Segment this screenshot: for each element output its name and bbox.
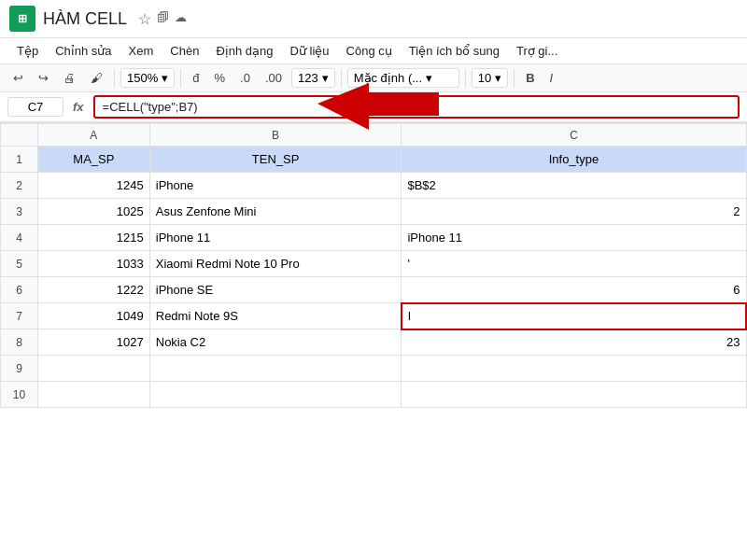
menu-bar: Tệp Chỉnh sửa Xem Chèn Định dạng Dữ liệu… [0,38,747,64]
divider-4 [465,69,466,88]
title-icons: ☆ 🗐 ☁ [138,10,187,28]
move-icon[interactable]: 🗐 [157,10,169,28]
decimal2-button[interactable]: .00 [260,68,288,88]
title-bar: ⊞ HÀM CELL ☆ 🗐 ☁ [0,0,747,38]
toolbar: ↩ ↪ 🖨 🖌 150% ▾ đ % .0 .00 123 ▾ Mặc định… [0,64,747,92]
data-header-row: 1 MA_SP TEN_SP Info_type [1,147,747,173]
menu-addons[interactable]: Tiện ích bổ sung [402,40,507,62]
table-row: 5 1033 Xiaomi Redmi Note 10 Pro ' [1,251,747,277]
menu-insert[interactable]: Chèn [162,40,206,62]
print-button[interactable]: 🖨 [58,68,81,88]
row-num-4: 4 [1,225,38,251]
formula-bar-wrapper: C7 fx [0,92,747,123]
cell-a1[interactable]: MA_SP [37,147,149,173]
cell-b8[interactable]: Nokia C2 [149,329,402,356]
cell-c7[interactable]: l [402,303,746,329]
table-row: 9 [1,356,747,382]
divider-5 [514,69,514,88]
cell-b4[interactable]: iPhone 11 [149,225,402,251]
format-num-select[interactable]: 123 ▾ [291,68,335,88]
document-title: HÀM CELL [43,9,127,29]
cell-c5[interactable]: ' [402,251,746,277]
divider-2 [180,69,181,88]
zoom-select[interactable]: 150% ▾ [120,68,175,88]
row-num-8: 8 [1,329,38,356]
col-header-empty [1,124,38,147]
cell-c6[interactable]: 6 [402,277,746,303]
cell-a10[interactable] [37,382,149,408]
row-num-7: 7 [1,303,38,329]
bold-button[interactable]: B [520,68,540,88]
table-row: 8 1027 Nokia C2 23 [1,329,747,356]
cell-a6[interactable]: 1222 [37,277,149,303]
formula-input[interactable] [93,95,740,119]
redo-button[interactable]: ↪ [33,68,54,88]
fx-icon: fx [69,100,88,114]
cell-c10[interactable] [402,382,746,408]
percent-button[interactable]: % [208,68,231,88]
table-row: 10 [1,382,747,408]
row-num-2: 2 [1,173,38,199]
column-headers-row: A B C [1,124,747,147]
cell-b3[interactable]: Asus Zenfone Mini [149,199,402,225]
format-num-dropdown-icon: ▾ [322,71,329,85]
menu-view[interactable]: Xem [121,40,162,62]
menu-file[interactable]: Tệp [9,40,46,62]
menu-data[interactable]: Dữ liệu [283,40,337,62]
cell-b6[interactable]: iPhone SE [149,277,402,303]
divider-1 [114,69,115,88]
menu-edit[interactable]: Chỉnh sửa [48,40,119,62]
cell-b7[interactable]: Redmi Note 9S [149,303,402,329]
table-row: 6 1222 iPhone SE 6 [1,277,747,303]
col-header-a[interactable]: A [37,124,149,147]
table-row: 2 1245 iPhone $B$2 [1,173,747,199]
cell-b5[interactable]: Xiaomi Redmi Note 10 Pro [149,251,402,277]
row-num-1: 1 [1,147,38,173]
star-icon[interactable]: ☆ [138,10,151,28]
cell-b10[interactable] [149,382,402,408]
col-header-b[interactable]: B [149,124,402,147]
table-row: 3 1025 Asus Zenfone Mini 2 [1,199,747,225]
font-select[interactable]: Mặc định (... ▾ [347,68,459,88]
table-row: 4 1215 iPhone 11 iPhone 11 [1,225,747,251]
cell-c1[interactable]: Info_type [402,147,746,173]
cloud-icon[interactable]: ☁ [175,10,187,28]
font-dropdown-icon: ▾ [426,71,432,85]
cell-a7[interactable]: 1049 [37,303,149,329]
cell-a3[interactable]: 1025 [37,199,149,225]
font-size-select[interactable]: 10 ▾ [472,68,508,88]
cell-b2[interactable]: iPhone [149,173,402,199]
cell-a9[interactable] [37,356,149,382]
spreadsheet: A B C 1 MA_SP TEN_SP Info_type 2 1245 iP… [0,123,747,408]
formula-bar: C7 fx [0,92,747,123]
table-row: 7 1049 Redmi Note 9S l [1,303,747,329]
format-paint-button[interactable]: 🖌 [85,68,108,88]
cell-c3[interactable]: 2 [402,199,746,225]
cell-b1[interactable]: TEN_SP [149,147,402,173]
divider-3 [341,69,342,88]
undo-button[interactable]: ↩ [7,68,29,88]
cell-b9[interactable] [149,356,402,382]
italic-button[interactable]: I [544,68,559,88]
zoom-dropdown-icon: ▾ [162,71,168,85]
cell-a8[interactable]: 1027 [37,329,149,356]
cell-c9[interactable] [402,356,746,382]
cell-a5[interactable]: 1033 [37,251,149,277]
cell-c4[interactable]: iPhone 11 [402,225,746,251]
currency-button[interactable]: đ [187,68,204,88]
font-size-dropdown-icon: ▾ [495,71,501,85]
menu-format[interactable]: Định dạng [208,40,280,62]
cell-a2[interactable]: 1245 [37,173,149,199]
decimal0-button[interactable]: .0 [234,68,256,88]
menu-help[interactable]: Trợ gi... [509,40,565,62]
spreadsheet-table: A B C 1 MA_SP TEN_SP Info_type 2 1245 iP… [0,123,747,408]
col-header-c[interactable]: C [402,124,746,147]
row-num-3: 3 [1,199,38,225]
cell-c8[interactable]: 23 [402,329,746,356]
cell-c2[interactable]: $B$2 [402,173,746,199]
row-num-9: 9 [1,356,38,382]
menu-tools[interactable]: Công cụ [339,40,400,62]
cell-reference[interactable]: C7 [7,97,63,117]
sheets-logo: ⊞ [9,6,35,32]
cell-a4[interactable]: 1215 [37,225,149,251]
